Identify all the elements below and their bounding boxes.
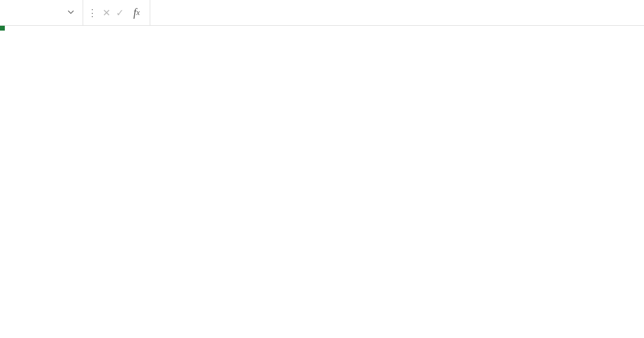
fx-icon[interactable]: fx: [123, 0, 150, 25]
enter-icon[interactable]: ✓: [116, 8, 124, 18]
more-icon[interactable]: ⋮: [87, 8, 97, 18]
chevron-down-icon[interactable]: [67, 6, 75, 19]
fill-handle[interactable]: [0, 26, 5, 31]
formula-input[interactable]: [150, 0, 644, 25]
formula-bar-buttons: ⋮ ✕ ✓: [83, 0, 123, 25]
formula-bar: ⋮ ✕ ✓ fx: [0, 0, 644, 26]
name-box[interactable]: [0, 0, 83, 25]
cancel-icon[interactable]: ✕: [103, 8, 111, 18]
